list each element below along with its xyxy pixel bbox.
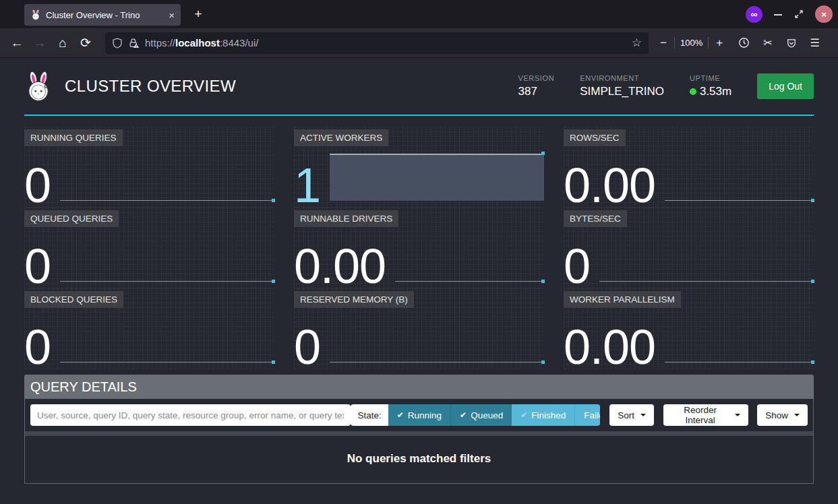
state-filter-failed[interactable]: Failed bbox=[574, 404, 600, 426]
empty-queries-message: No queries matched filters bbox=[25, 436, 813, 466]
reorder-interval-label: Reorder Interval bbox=[671, 405, 729, 425]
sparkline-endpoint-dot bbox=[272, 199, 275, 202]
uptime-label: UPTIME bbox=[690, 74, 731, 82]
url-host: localhost bbox=[175, 37, 220, 49]
sparkline-flat bbox=[60, 315, 274, 363]
state-filter-finished[interactable]: ✔Finished bbox=[512, 404, 574, 426]
forward-button: → bbox=[28, 33, 51, 53]
tab-close-icon[interactable]: × bbox=[169, 10, 175, 20]
screenshot-scissors-icon[interactable]: ✂ bbox=[763, 36, 772, 49]
sparkline-endpoint-dot bbox=[541, 360, 545, 364]
chevron-down-icon bbox=[794, 414, 800, 416]
reorder-interval-dropdown-button[interactable]: Reorder Interval bbox=[663, 404, 748, 426]
stat-tile-label: RUNNING QUERIES bbox=[24, 129, 123, 146]
zoom-in-button[interactable]: + bbox=[714, 36, 725, 50]
history-clock-icon[interactable] bbox=[738, 37, 750, 49]
sparkline-endpoint-dot bbox=[541, 280, 545, 283]
sparkline-filled bbox=[330, 154, 544, 201]
sort-dropdown-button[interactable]: Sort bbox=[609, 404, 654, 426]
sparkline-flat bbox=[665, 154, 814, 201]
page-title: CLUSTER OVERVIEW bbox=[65, 77, 236, 96]
stat-tile-value: 0 bbox=[564, 245, 599, 288]
sparkline-flat bbox=[60, 234, 274, 282]
sparkline-endpoint-dot bbox=[272, 360, 275, 364]
stat-tile-value: 0 bbox=[24, 164, 60, 208]
window-minimize-button[interactable] bbox=[773, 9, 783, 19]
trino-favicon bbox=[30, 9, 41, 20]
stat-tile-queued-queries: QUEUED QUERIES0 bbox=[24, 208, 274, 288]
stat-tile-value: 0 bbox=[24, 245, 60, 288]
reload-button[interactable]: ⟳ bbox=[74, 33, 97, 53]
stat-tile-reserved-memory: RESERVED MEMORY (B)0 bbox=[294, 288, 544, 369]
state-filter-text: Queued bbox=[471, 410, 503, 420]
chevron-down-icon bbox=[735, 414, 740, 416]
window-restore-button[interactable] bbox=[794, 9, 804, 20]
version-value: 387 bbox=[518, 85, 555, 98]
version-label: VERSION bbox=[518, 74, 555, 82]
separator bbox=[674, 37, 675, 49]
state-filter-text: Failed bbox=[584, 410, 600, 420]
stat-tile-blocked-queries: BLOCKED QUERIES0 bbox=[24, 288, 274, 369]
sparkline-endpoint-dot bbox=[811, 280, 814, 283]
url-scheme: https:// bbox=[145, 37, 175, 49]
browser-window: Cluster Overview - Trino × + ∞ × ← → ⌂ ⟳ bbox=[0, 0, 838, 504]
extension-icon[interactable]: ∞ bbox=[746, 6, 762, 23]
zoom-level[interactable]: 100% bbox=[680, 38, 702, 48]
stat-tile-worker-parallelism: WORKER PARALLELISM0.00 bbox=[564, 288, 814, 369]
stat-tile-value: 0.00 bbox=[564, 164, 665, 208]
sparkline-flat bbox=[330, 315, 544, 363]
menu-hamburger-icon[interactable]: ☰ bbox=[810, 36, 820, 49]
browser-tab-bar: Cluster Overview - Trino × + ∞ × bbox=[0, 0, 838, 28]
sparkline-flat bbox=[665, 315, 814, 363]
uptime-block: UPTIME 3.53m bbox=[690, 74, 731, 98]
stat-tile-running-queries: RUNNING QUERIES0 bbox=[24, 127, 274, 208]
lock-warning-icon[interactable] bbox=[128, 38, 140, 49]
stat-tile-runnable-drivers: RUNNABLE DRIVERS0.00 bbox=[294, 208, 544, 288]
stat-tile-label: BYTES/SEC bbox=[564, 210, 627, 227]
zoom-out-button[interactable]: − bbox=[658, 36, 669, 50]
state-filter-queued[interactable]: ✔Queued bbox=[450, 404, 512, 426]
home-button[interactable]: ⌂ bbox=[51, 33, 74, 53]
check-icon: ✔ bbox=[460, 410, 467, 420]
state-filter-running[interactable]: ✔Running bbox=[388, 404, 450, 426]
stat-tile-value: 0 bbox=[24, 325, 60, 369]
url-text[interactable]: https://localhost:8443/ui/ bbox=[145, 37, 626, 49]
toolbar-divider bbox=[25, 431, 813, 436]
stat-tile-value: 0.00 bbox=[564, 325, 665, 369]
show-dropdown-button[interactable]: Show bbox=[757, 404, 808, 426]
back-button[interactable]: ← bbox=[5, 33, 28, 53]
sort-label: Sort bbox=[618, 410, 634, 420]
show-label: Show bbox=[765, 410, 788, 420]
query-filter-toolbar: State: ✔Running✔Queued✔FinishedFailed So… bbox=[25, 399, 813, 431]
sparkline-flat bbox=[599, 234, 814, 282]
sparkline-endpoint-dot bbox=[541, 152, 545, 155]
query-details-header: QUERY DETAILS bbox=[24, 375, 814, 399]
stat-tile-label: ROWS/SEC bbox=[564, 129, 626, 146]
bookmark-star-icon[interactable]: ☆ bbox=[632, 36, 642, 50]
stat-tile-label: BLOCKED QUERIES bbox=[24, 291, 123, 308]
url-bar[interactable]: https://localhost:8443/ui/ ☆ bbox=[105, 32, 649, 54]
browser-tab-cluster-overview[interactable]: Cluster Overview - Trino × bbox=[24, 4, 181, 26]
environment-value: SIMPLE_TRINO bbox=[580, 85, 664, 98]
tracking-shield-icon[interactable] bbox=[112, 38, 123, 49]
check-icon: ✔ bbox=[520, 410, 527, 420]
pocket-save-icon[interactable] bbox=[786, 38, 797, 49]
query-search-input[interactable] bbox=[30, 404, 351, 426]
stat-tile-value: 0 bbox=[294, 325, 330, 369]
stat-tile-value: 1 bbox=[294, 164, 330, 208]
new-tab-button[interactable]: + bbox=[189, 5, 208, 24]
logout-button[interactable]: Log Out bbox=[757, 73, 814, 99]
sparkline-endpoint-dot bbox=[811, 199, 814, 202]
stat-tile-label: RESERVED MEMORY (B) bbox=[294, 291, 414, 308]
window-close-button[interactable]: × bbox=[815, 5, 833, 23]
sparkline-endpoint-dot bbox=[811, 360, 814, 364]
uptime-value: 3.53m bbox=[700, 85, 731, 98]
tab-title: Cluster Overview - Trino bbox=[46, 10, 164, 20]
page-header: CLUSTER OVERVIEW VERSION 387 ENVIRONMENT… bbox=[24, 58, 814, 116]
state-filter-label: State: bbox=[351, 404, 388, 426]
stat-tile-label: RUNNABLE DRIVERS bbox=[294, 210, 398, 227]
version-block: VERSION 387 bbox=[518, 74, 555, 98]
chevron-down-icon bbox=[640, 414, 646, 416]
stat-tile-value: 0.00 bbox=[294, 245, 395, 288]
url-path: :8443/ui/ bbox=[220, 37, 259, 49]
